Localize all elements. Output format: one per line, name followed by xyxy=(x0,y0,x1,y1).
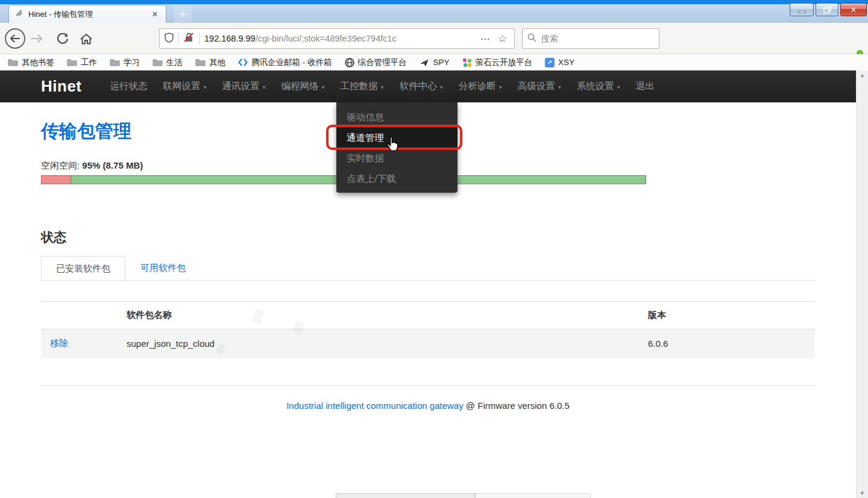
reload-button[interactable] xyxy=(55,31,70,46)
color-dots-icon xyxy=(462,58,472,67)
page-actions-icon[interactable]: ⋯ xyxy=(476,33,495,45)
close-icon: ✕ xyxy=(851,5,857,14)
site-navbar: Hinet 运行状态 联网设置▾ 通讯设置▾ 编程网络▾ 工控数据▾ 软件中心▾… xyxy=(0,70,856,102)
nav-item-system-settings[interactable]: 系统设置▾ xyxy=(569,80,628,93)
search-input[interactable] xyxy=(541,34,654,43)
table-row: 移除 super_json_tcp_cloud 6.0.6 xyxy=(41,329,815,358)
scroll-down-icon[interactable]: ▼ xyxy=(860,490,865,496)
chevron-down-icon: ▾ xyxy=(617,84,620,90)
nav-item-diagnostics[interactable]: 分析诊断▾ xyxy=(451,80,510,93)
browser-tab[interactable]: Hinet - 传输包管理 ✕ xyxy=(8,5,166,23)
package-name-cell: super_json_tcp_cloud xyxy=(127,329,648,358)
bookmark-folder-misc[interactable]: 其他 xyxy=(195,57,225,68)
bookmark-management-platform[interactable]: 综合管理平台 xyxy=(345,57,407,68)
bookmarks-bar: 其他书签 工作 学习 生活 其他 腾讯企业邮箱 - 收件箱 综合管理平台 SP xyxy=(0,54,868,70)
nav-item-programming-network[interactable]: 编程网络▾ xyxy=(274,80,333,93)
bookmark-star-icon[interactable]: ☆ xyxy=(495,33,509,45)
nav-item-software-center[interactable]: 软件中心▾ xyxy=(392,80,451,93)
url-text[interactable]: 192.168.9.99/cgi-bin/luci/;stok=489fe39e… xyxy=(204,34,476,43)
address-bar[interactable]: 192.168.9.99/cgi-bin/luci/;stok=489fe39e… xyxy=(159,28,515,49)
tab-installed-packages[interactable]: 已安装软件包 xyxy=(41,256,125,280)
nav-item-logout[interactable]: 退出 xyxy=(628,80,662,93)
url-domain: 192.168.9.99 xyxy=(204,34,256,43)
restore-icon xyxy=(823,6,831,13)
browser-toolbar: 192.168.9.99/cgi-bin/luci/;stok=489fe39e… xyxy=(0,23,868,54)
site-logo[interactable]: Hinet xyxy=(41,77,82,96)
back-button[interactable] xyxy=(5,28,25,49)
folder-icon xyxy=(153,58,163,66)
xsy-icon: ↗ xyxy=(545,58,555,67)
footer-firmware-text: @ Firmware version 6.0.5 xyxy=(464,400,570,411)
bookmark-ezviz-platform[interactable]: 萤石云开放平台 xyxy=(462,57,533,68)
package-name-header: 软件包名称 xyxy=(127,302,648,329)
nav-item-industrial-data[interactable]: 工控数据▾ xyxy=(333,80,392,93)
restore-button[interactable] xyxy=(816,3,838,16)
chevron-down-icon: ▾ xyxy=(204,84,207,90)
bookmark-tencent-mail[interactable]: 腾讯企业邮箱 - 收件箱 xyxy=(238,57,332,68)
browser-window: Hinet - 传输包管理 ✕ + ✕ xyxy=(0,0,868,498)
plane-icon xyxy=(420,58,430,67)
url-path: /cgi-bin/luci/;stok=489fe39ec794fc1c xyxy=(256,34,397,43)
folder-icon xyxy=(67,58,77,66)
search-bar[interactable] xyxy=(522,28,659,49)
search-icon xyxy=(527,33,536,45)
bookmark-folder-work[interactable]: 工作 xyxy=(67,57,97,68)
free-space-value: 95% (8.75 MB) xyxy=(82,160,143,170)
bookmark-folder-life[interactable]: 生活 xyxy=(153,57,183,68)
divider xyxy=(199,33,200,45)
bookmark-folder-study[interactable]: 学习 xyxy=(110,57,140,68)
nav-item-advanced-settings[interactable]: 高级设置▾ xyxy=(510,80,569,93)
minimize-button[interactable] xyxy=(790,3,814,16)
globe-icon xyxy=(345,58,354,67)
divider xyxy=(178,33,179,45)
chevron-down-icon: ▾ xyxy=(558,84,561,90)
chevron-down-icon: ▾ xyxy=(381,84,384,90)
tab-available-packages[interactable]: 可用软件包 xyxy=(126,256,200,280)
mail-icon xyxy=(238,58,248,66)
status-panel xyxy=(475,493,591,498)
insecure-lock-icon[interactable] xyxy=(184,33,194,45)
url-fade xyxy=(447,34,476,43)
scrollbar[interactable]: ▲ ▼ xyxy=(856,70,868,498)
nav-item-comm-setup[interactable]: 通讯设置▾ xyxy=(215,80,274,93)
page-favicon-icon xyxy=(14,8,24,20)
package-tabs: 已安装软件包 可用软件包 xyxy=(41,256,815,281)
package-table: 软件包名称 版本 移除 super_json_tcp_cloud 6.0.6 xyxy=(41,301,815,358)
nav-item-network-setup[interactable]: 联网设置▾ xyxy=(156,80,215,93)
tab-title: Hinet - 传输包管理 xyxy=(28,9,145,20)
chevron-down-icon: ▾ xyxy=(322,84,325,90)
progress-used-segment xyxy=(41,175,71,184)
footer-gateway-link[interactable]: Industrial intelligent communication gat… xyxy=(286,400,464,411)
site-footer: Industrial intelligent communication gat… xyxy=(41,400,815,411)
tab-close-icon[interactable]: ✕ xyxy=(149,10,160,19)
scroll-up-icon[interactable]: ▲ xyxy=(860,72,865,78)
new-tab-button[interactable]: + xyxy=(174,6,192,23)
bookmark-spy[interactable]: SPY xyxy=(420,58,450,67)
window-controls: ✕ xyxy=(790,3,867,16)
chevron-down-icon: ▾ xyxy=(499,84,502,90)
cursor-pointer-icon xyxy=(386,137,399,155)
shield-icon[interactable] xyxy=(165,33,174,45)
dropdown-item-point-table[interactable]: 点表上/下载 xyxy=(336,169,458,189)
chevron-down-icon: ▾ xyxy=(440,84,443,90)
bookmark-folder-other-bookmarks[interactable]: 其他书签 xyxy=(8,57,54,68)
window-top-border xyxy=(0,0,868,4)
site-menu: 运行状态 联网设置▾ 通讯设置▾ 编程网络▾ 工控数据▾ 软件中心▾ 分析诊断▾… xyxy=(102,80,662,93)
chevron-down-icon: ▾ xyxy=(263,84,266,90)
nav-item-status[interactable]: 运行状态 xyxy=(102,80,156,93)
action-column-header xyxy=(41,302,127,329)
forward-button[interactable] xyxy=(29,34,45,43)
folder-icon xyxy=(8,58,18,66)
remove-link[interactable]: 移除 xyxy=(50,338,68,348)
package-version-cell: 6.0.6 xyxy=(648,329,815,358)
home-button[interactable] xyxy=(78,31,94,46)
status-heading: 状态 xyxy=(41,229,815,246)
status-panel xyxy=(336,493,475,498)
free-space-label: 空闲空间: xyxy=(41,160,80,170)
close-button[interactable]: ✕ xyxy=(840,3,867,16)
divider xyxy=(41,385,815,386)
version-header: 版本 xyxy=(648,302,815,329)
folder-icon xyxy=(195,58,206,66)
minimize-icon xyxy=(798,11,806,13)
bookmark-xsy[interactable]: ↗ XSY xyxy=(545,58,574,67)
